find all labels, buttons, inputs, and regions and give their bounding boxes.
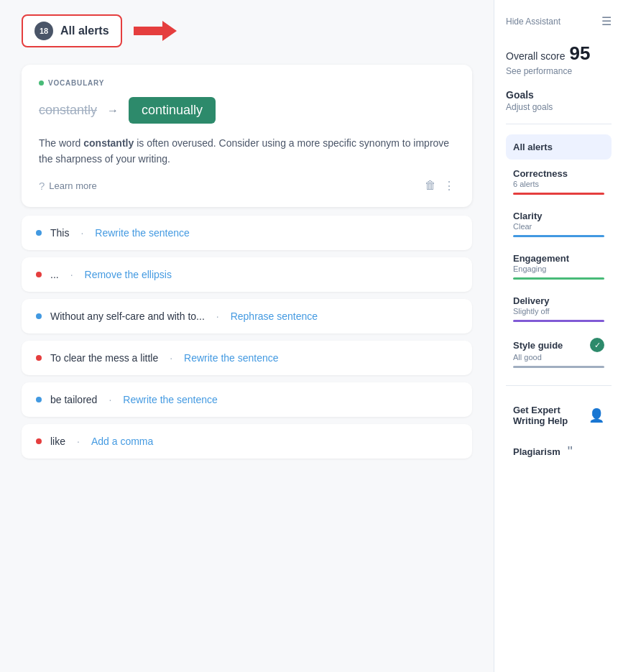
nav-sub-correctness: 6 alerts (513, 180, 604, 188)
nav-label-all-alerts: All alerts (513, 142, 604, 152)
score-number: 95 (569, 42, 590, 65)
alert-item-1[interactable]: ... · Remove the ellipsis (22, 257, 472, 292)
alert-action-5[interactable]: Add a comma (91, 436, 153, 447)
alert-action-0[interactable]: Rewrite the sentence (95, 227, 190, 239)
get-expert-label: Get Expert Writing Help (513, 405, 581, 426)
nav-label-correctness: Correctness (513, 168, 604, 179)
person-icon: 👤 (589, 408, 604, 423)
nav-label-engagement: Engagement (513, 253, 604, 264)
alert-text-0: This (50, 227, 69, 239)
alert-dot-3 (36, 355, 42, 361)
sidebar-item-correctness[interactable]: Correctness 6 alerts (506, 161, 612, 202)
goals-label: Goals (506, 89, 612, 101)
delivery-bar (513, 320, 604, 322)
learn-more-link[interactable]: ? Learn more (39, 180, 97, 192)
style-guide-bar (513, 366, 604, 368)
all-alerts-button[interactable]: 18 All alerts (22, 14, 122, 47)
vocab-bold-word: constantly (83, 137, 134, 149)
alert-dot-0 (36, 230, 42, 236)
engagement-bar (513, 277, 604, 280)
arrow-right-icon (134, 21, 177, 41)
alert-dot-4 (36, 397, 42, 402)
see-performance-link[interactable]: See performance (506, 66, 612, 76)
arrow-icon: → (107, 104, 119, 117)
alert-dot-5 (36, 438, 42, 444)
sidebar-item-clarity[interactable]: Clarity Clear (506, 203, 612, 244)
plagiarism-button[interactable]: Plagiarism " (506, 435, 612, 469)
alert-text-2: Without any self-care and with to... (50, 310, 205, 322)
alert-text-1: ... (50, 269, 59, 280)
main-content: 18 All alerts VOCABULARY constantly → co… (0, 0, 494, 672)
goals-section: Goals Adjust goals (506, 89, 612, 112)
alert-item-0[interactable]: This · Rewrite the sentence (22, 216, 472, 250)
sidebar: Hide Assistant ☰ Overall score 95 See pe… (494, 0, 623, 672)
overall-score-label: Overall score (506, 50, 565, 62)
more-options-icon[interactable]: ⋮ (443, 179, 455, 193)
clarity-bar (513, 235, 604, 237)
word-replace-row: constantly → continually (39, 97, 455, 124)
alert-text-4: be tailored (50, 394, 97, 405)
svg-marker-0 (134, 21, 177, 41)
divider-2 (506, 385, 612, 386)
alert-item-5[interactable]: like · Add a comma (22, 424, 472, 459)
alerts-list: This · Rewrite the sentence ... · Remove… (22, 216, 472, 459)
correctness-bar (513, 193, 604, 195)
alert-text-5: like (50, 436, 65, 447)
adjust-goals-link[interactable]: Adjust goals (506, 102, 612, 112)
get-expert-button[interactable]: Get Expert Writing Help 👤 (506, 396, 612, 435)
alert-action-2[interactable]: Rephrase sentence (231, 310, 318, 322)
plagiarism-label: Plagiarism (513, 446, 560, 457)
question-icon: ? (39, 180, 45, 192)
vocab-section-label: VOCABULARY (39, 79, 455, 87)
divider (506, 124, 612, 124)
sidebar-item-all-alerts[interactable]: All alerts (506, 134, 612, 160)
vocab-footer: ? Learn more 🗑 ⋮ (39, 179, 455, 193)
nav-label-delivery: Delivery (513, 295, 604, 306)
sidebar-menu-icon[interactable]: ☰ (601, 14, 612, 28)
alert-badge-label: All alerts (60, 24, 109, 37)
alert-count-badge: 18 (34, 22, 53, 40)
vocab-dot (39, 80, 44, 86)
nav-sub-style-guide: All good (513, 353, 604, 362)
sidebar-item-style-guide[interactable]: Style guide ✓ All good (506, 331, 612, 375)
alert-action-4[interactable]: Rewrite the sentence (123, 394, 218, 405)
overall-score-row: Overall score 95 (506, 42, 612, 65)
nav-label-clarity: Clarity (513, 211, 604, 221)
plagiarism-icon: " (568, 443, 573, 460)
alert-action-3[interactable]: Rewrite the sentence (184, 352, 279, 364)
sidebar-item-delivery[interactable]: Delivery Slightly off (506, 288, 612, 329)
nav-sub-clarity: Clear (513, 222, 604, 231)
nav-sub-engagement: Engaging (513, 264, 604, 273)
vocab-description: The word constantly is often overused. C… (39, 135, 455, 167)
vocabulary-card: VOCABULARY constantly → continually The … (22, 65, 472, 207)
nav-sub-delivery: Slightly off (513, 307, 604, 316)
hide-assistant-button[interactable]: Hide Assistant (506, 17, 560, 27)
alert-text-3: To clear the mess a little (50, 352, 158, 364)
sidebar-item-engagement[interactable]: Engagement Engaging (506, 246, 612, 287)
word-new[interactable]: continually (129, 97, 216, 124)
app-container: 18 All alerts VOCABULARY constantly → co… (0, 0, 623, 672)
alert-item-2[interactable]: Without any self-care and with to... · R… (22, 299, 472, 333)
vocab-actions: 🗑 ⋮ (425, 179, 455, 193)
check-icon: ✓ (590, 338, 604, 352)
style-guide-row: Style guide ✓ (513, 338, 604, 352)
nav-label-style-guide: Style guide (513, 340, 563, 351)
alert-dot-2 (36, 313, 42, 319)
alert-dot-1 (36, 272, 42, 277)
delete-icon[interactable]: 🗑 (425, 179, 436, 193)
alert-item-3[interactable]: To clear the mess a little · Rewrite the… (22, 341, 472, 375)
alert-action-1[interactable]: Remove the ellipsis (85, 269, 172, 280)
score-section: Overall score 95 See performance (506, 42, 612, 76)
word-old: constantly (39, 103, 97, 118)
sidebar-top: Hide Assistant ☰ (506, 14, 612, 28)
alert-item-4[interactable]: be tailored · Rewrite the sentence (22, 382, 472, 417)
header: 18 All alerts (22, 14, 472, 47)
